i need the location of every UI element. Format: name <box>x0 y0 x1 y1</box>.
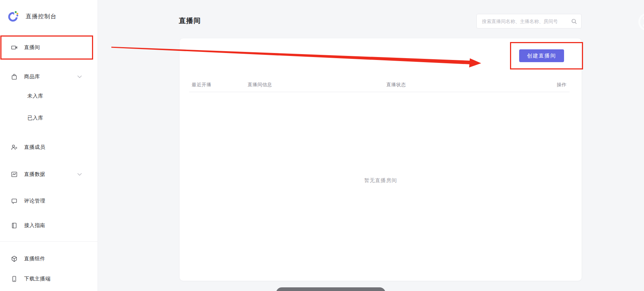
sidebar-item-live-room[interactable]: 直播间 <box>0 40 98 55</box>
video-camera-icon <box>11 44 18 51</box>
sidebar-item-label: 直播组件 <box>24 256 45 262</box>
chevron-down-icon[interactable] <box>77 75 82 78</box>
sidebar-subitem-label: 未入库 <box>27 93 43 99</box>
sidebar-item-live-data[interactable]: 直播数据 <box>0 167 98 182</box>
chevron-down-icon[interactable] <box>77 173 82 176</box>
app-title: 直播控制台 <box>26 13 57 20</box>
sidebar-item-label: 接入指南 <box>24 222 45 229</box>
sidebar-item-live-components[interactable]: 直播组件 <box>0 252 98 266</box>
table-column-recent-broadcast: 最近开播 <box>192 82 211 88</box>
sidebar-divider <box>0 241 98 242</box>
floating-close-icon[interactable] <box>636 11 644 33</box>
comment-icon <box>11 198 18 204</box>
empty-state-text: 暂无直播房间 <box>180 177 582 184</box>
sidebar-item-live-members[interactable]: 直播成员 <box>0 140 98 155</box>
guide-book-icon <box>11 222 18 229</box>
user-list-icon <box>11 144 18 151</box>
search-input[interactable] <box>477 14 581 28</box>
page-title: 直播间 <box>179 16 201 26</box>
sidebar-item-label: 评论管理 <box>24 198 45 204</box>
sidebar: 直播控制台 直播间 商品库 未入库 已入库 <box>0 0 98 291</box>
sidebar-subitem-label: 已入库 <box>27 115 43 121</box>
chart-icon <box>11 171 18 178</box>
sidebar-item-label: 直播间 <box>24 44 40 51</box>
live-console-page: 直播控制台 直播间 商品库 未入库 已入库 <box>0 0 644 291</box>
app-logo-icon <box>7 10 20 23</box>
shopping-bag-icon <box>11 73 18 80</box>
live-room-card: 创建直播间 最近开播 直播间信息 直播状态 操作 暂无直播房间 <box>180 38 582 281</box>
sidebar-item-label: 下载主播端 <box>24 276 51 282</box>
create-live-room-button[interactable]: 创建直播间 <box>519 49 564 62</box>
search-icon[interactable] <box>571 18 577 24</box>
sidebar-item-product-library[interactable]: 商品库 <box>0 69 98 84</box>
table-header-row: 最近开播 直播间信息 直播状态 操作 <box>180 82 582 92</box>
sidebar-item-label: 直播成员 <box>24 144 45 151</box>
search-box <box>476 14 582 29</box>
sidebar-item-download-streamer-app[interactable]: 下载主播端 <box>0 272 98 286</box>
cube-icon <box>11 256 18 262</box>
table-column-live-status: 直播状态 <box>386 82 406 88</box>
sidebar-item-in-library[interactable]: 已入库 <box>0 111 98 125</box>
sidebar-item-comment-management[interactable]: 评论管理 <box>0 194 98 208</box>
table-column-actions: 操作 <box>557 82 567 88</box>
bottom-toast-partial <box>276 287 386 291</box>
sidebar-item-label: 商品库 <box>24 73 40 80</box>
table-header-underline <box>189 92 570 92</box>
sidebar-item-not-in-library[interactable]: 未入库 <box>0 89 98 103</box>
sidebar-item-label: 直播数据 <box>24 171 45 178</box>
phone-icon <box>11 276 18 282</box>
table-column-room-info: 直播间信息 <box>248 82 272 88</box>
brand: 直播控制台 <box>7 10 57 23</box>
sidebar-item-integration-guide[interactable]: 接入指南 <box>0 218 98 233</box>
